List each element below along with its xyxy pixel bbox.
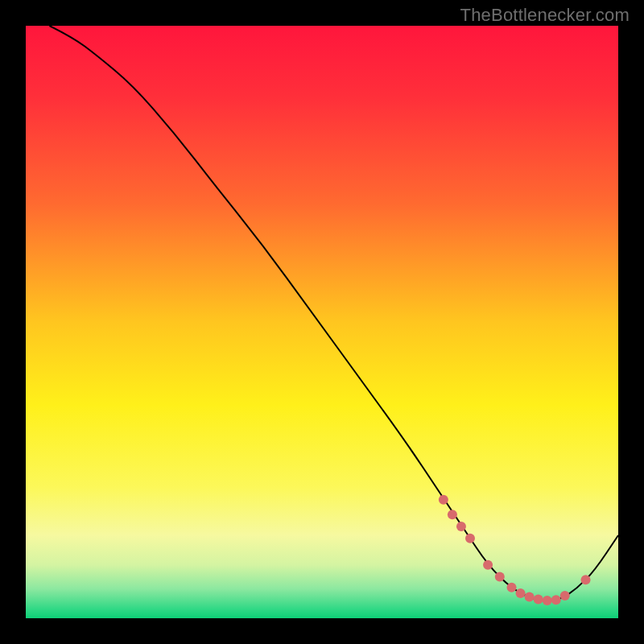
highlight-dot <box>516 588 526 598</box>
highlight-dot <box>448 510 457 519</box>
highlight-dot <box>534 594 543 604</box>
chart-stage: TheBottlenecker.com <box>0 0 644 644</box>
highlight-dot <box>551 595 561 605</box>
attribution-label: TheBottlenecker.com <box>460 5 630 26</box>
highlight-dot <box>495 572 505 581</box>
plot-area <box>26 26 618 618</box>
highlight-dot <box>507 583 517 592</box>
highlight-dot <box>439 495 448 505</box>
highlight-dot <box>465 534 475 543</box>
highlight-dot <box>456 522 466 531</box>
bottleneck-curve-chart <box>26 26 618 618</box>
highlight-dot <box>560 591 570 601</box>
highlight-dot <box>483 560 493 570</box>
highlight-dot <box>525 592 535 602</box>
highlight-dot <box>543 596 552 605</box>
gradient-background <box>26 26 618 618</box>
highlight-dot <box>581 575 591 584</box>
